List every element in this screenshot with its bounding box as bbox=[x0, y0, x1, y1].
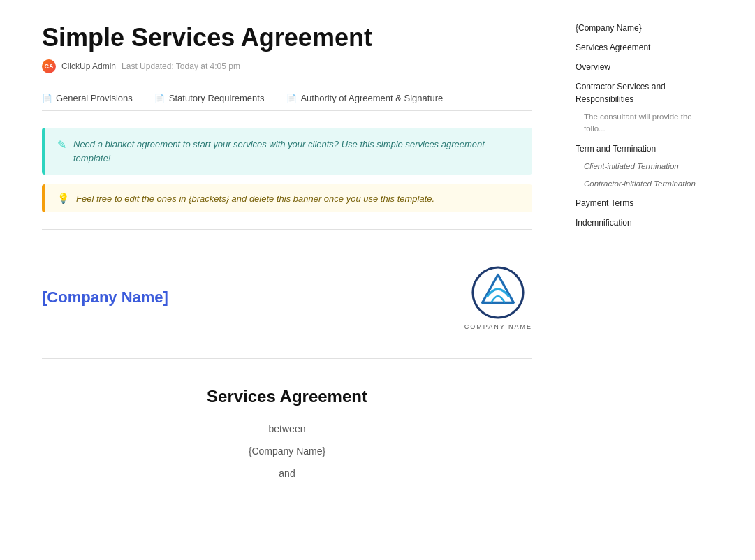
toc-contractor-termination[interactable]: Contractor-initiated Termination bbox=[571, 176, 708, 192]
doc-icon: 📄 bbox=[42, 94, 52, 103]
company-section: [Company Name] COMPANY NAME bbox=[42, 244, 532, 344]
toc-contractor-services[interactable]: Contractor Services and Responsibilities bbox=[571, 78, 708, 108]
banner-yellow-icon: 💡 bbox=[57, 193, 69, 204]
banner-teal-text: Need a blanket agreement to start your s… bbox=[73, 138, 520, 165]
main-content: Simple Services Agreement CA ClickUp Adm… bbox=[0, 0, 566, 560]
banner-teal: ✎ Need a blanket agreement to start your… bbox=[42, 128, 532, 175]
document-title: Services Agreement bbox=[42, 387, 532, 406]
tabs-row: 📄 General Provisions 📄 Statutory Require… bbox=[42, 87, 532, 111]
last-updated: Last Updated: Today at 4:05 pm bbox=[122, 61, 240, 71]
divider-top bbox=[42, 229, 532, 230]
toc-overview[interactable]: Overview bbox=[571, 59, 708, 75]
tab-statutory-requirements[interactable]: 📄 Statutory Requirements bbox=[155, 87, 279, 110]
toc-consultant-sub[interactable]: The consultant will provide the follo... bbox=[571, 109, 708, 138]
document-section: Services Agreement between {Company Name… bbox=[42, 373, 532, 479]
toc-client-termination[interactable]: Client-initiated Termination bbox=[571, 159, 708, 175]
toc-term-termination[interactable]: Term and Termination bbox=[571, 140, 708, 157]
meta-row: CA ClickUp Admin Last Updated: Today at … bbox=[42, 59, 532, 73]
document-and: and bbox=[42, 468, 532, 479]
banner-teal-icon: ✎ bbox=[57, 138, 66, 152]
company-logo-label: COMPANY NAME bbox=[464, 323, 532, 330]
toc-payment-terms[interactable]: Payment Terms bbox=[571, 195, 708, 212]
toc-company-name[interactable]: {Company Name} bbox=[571, 20, 708, 36]
company-logo-svg bbox=[470, 265, 526, 320]
avatar: CA bbox=[42, 59, 56, 73]
toc-indemnification[interactable]: Indemnification bbox=[571, 214, 708, 231]
banner-yellow-text: Feel free to edit the ones in {brackets}… bbox=[76, 193, 434, 204]
doc-icon-3: 📄 bbox=[286, 94, 296, 103]
tab-authority-signature[interactable]: 📄 Authority of Agreement & Signature bbox=[286, 87, 457, 110]
document-between: between bbox=[42, 423, 532, 434]
tab-general-provisions[interactable]: 📄 General Provisions bbox=[42, 87, 147, 110]
toc-sidebar: {Company Name} Services Agreement Overvi… bbox=[566, 0, 719, 560]
page-title: Simple Services Agreement bbox=[42, 22, 532, 52]
toc-services-agreement[interactable]: Services Agreement bbox=[571, 39, 708, 56]
document-company-placeholder: {Company Name} bbox=[42, 445, 532, 457]
company-name-link[interactable]: [Company Name] bbox=[42, 288, 168, 307]
divider-bottom bbox=[42, 358, 532, 359]
doc-icon-2: 📄 bbox=[155, 94, 165, 103]
banner-yellow: 💡 Feel free to edit the ones in {bracket… bbox=[42, 184, 532, 212]
author-name[interactable]: ClickUp Admin bbox=[61, 61, 116, 71]
company-logo-area: COMPANY NAME bbox=[464, 265, 532, 330]
